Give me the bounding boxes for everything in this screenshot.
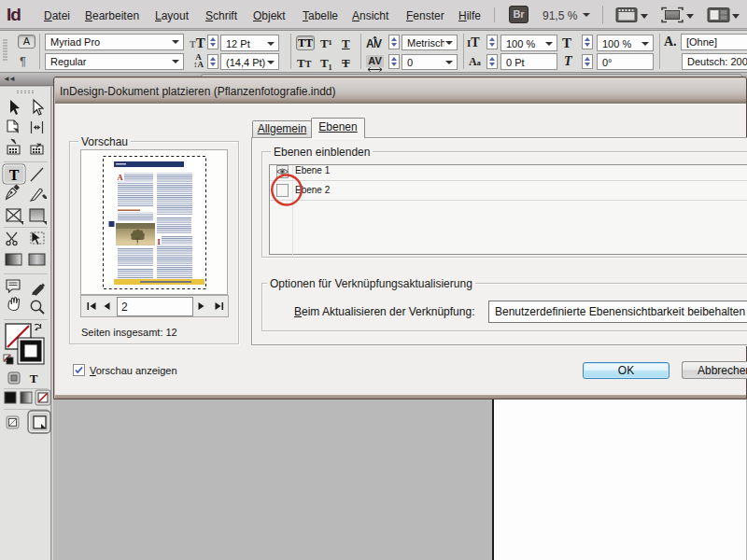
svg-text:T: T: [9, 167, 20, 183]
svg-text:A: A: [366, 37, 374, 50]
svg-text:V: V: [374, 37, 382, 50]
svg-text:T: T: [30, 371, 38, 385]
svg-text:A: A: [118, 173, 124, 182]
